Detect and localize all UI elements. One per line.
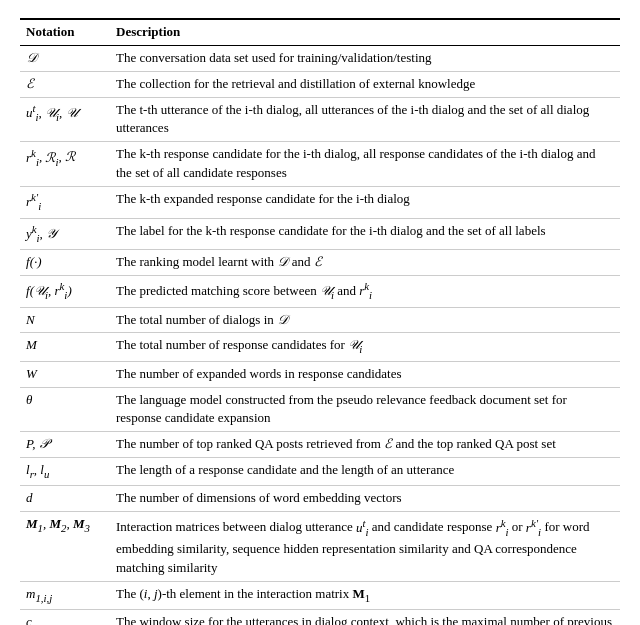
description-cell: The k-th expanded response candidate for… [110, 186, 620, 218]
table-row: uti, 𝒰i, 𝒰The t-th utterance of the i-th… [20, 97, 620, 142]
symbol-cell: f(·) [20, 250, 110, 276]
col-header-symbol: Notation [20, 19, 110, 45]
symbol-cell: 𝒟 [20, 45, 110, 71]
table-row: cThe window size for the utterances in d… [20, 609, 620, 625]
symbol-cell: ℰ [20, 71, 110, 97]
symbol-cell: lr, lu [20, 458, 110, 486]
table-row: WThe number of expanded words in respons… [20, 361, 620, 387]
symbol-cell: N [20, 307, 110, 333]
symbol-cell: rk′i [20, 186, 110, 218]
table-row: M1, M2, M3Interaction matrices between d… [20, 512, 620, 581]
symbol-cell: m1,i,j [20, 581, 110, 609]
table-row: rki, ℛi, ℛThe k-th response candidate fo… [20, 142, 620, 187]
description-cell: The window size for the utterances in di… [110, 609, 620, 625]
description-cell: The collection for the retrieval and dis… [110, 71, 620, 97]
table-row: ℰThe collection for the retrieval and di… [20, 71, 620, 97]
description-cell: The length of a response candidate and t… [110, 458, 620, 486]
symbol-cell: W [20, 361, 110, 387]
description-cell: The language model constructed from the … [110, 387, 620, 432]
symbol-cell: M [20, 333, 110, 361]
description-cell: The total number of dialogs in 𝒟 [110, 307, 620, 333]
description-cell: The label for the k-th response candidat… [110, 218, 620, 250]
table-row: dThe number of dimensions of word embedd… [20, 486, 620, 512]
table-row: f(𝒰i, rki)The predicted matching score b… [20, 275, 620, 307]
symbol-cell: d [20, 486, 110, 512]
table-row: θThe language model constructed from the… [20, 387, 620, 432]
description-cell: Interaction matrices between dialog utte… [110, 512, 620, 581]
table-row: rk′iThe k-th expanded response candidate… [20, 186, 620, 218]
symbol-cell: rki, ℛi, ℛ [20, 142, 110, 187]
description-cell: The number of expanded words in response… [110, 361, 620, 387]
table-row: NThe total number of dialogs in 𝒟 [20, 307, 620, 333]
description-cell: The k-th response candidate for the i-th… [110, 142, 620, 187]
table-row: 𝒟The conversation data set used for trai… [20, 45, 620, 71]
symbol-cell: θ [20, 387, 110, 432]
table-row: m1,i,jThe (i, j)-th element in the inter… [20, 581, 620, 609]
table-row: f(·)The ranking model learnt with 𝒟 and … [20, 250, 620, 276]
symbol-cell: f(𝒰i, rki) [20, 275, 110, 307]
description-cell: The ranking model learnt with 𝒟 and ℰ [110, 250, 620, 276]
symbol-cell: M1, M2, M3 [20, 512, 110, 581]
col-header-description: Description [110, 19, 620, 45]
table-row: yki, 𝒴The label for the k-th response ca… [20, 218, 620, 250]
symbol-cell: c [20, 609, 110, 625]
notation-table: Notation Description 𝒟The conversation d… [20, 18, 620, 625]
symbol-cell: P, 𝒫 [20, 432, 110, 458]
description-cell: The number of top ranked QA posts retrie… [110, 432, 620, 458]
description-cell: The total number of response candidates … [110, 333, 620, 361]
description-cell: The conversation data set used for train… [110, 45, 620, 71]
description-cell: The (i, j)-th element in the interaction… [110, 581, 620, 609]
table-header-row: Notation Description [20, 19, 620, 45]
symbol-cell: yki, 𝒴 [20, 218, 110, 250]
description-cell: The number of dimensions of word embeddi… [110, 486, 620, 512]
description-cell: The t-th utterance of the i-th dialog, a… [110, 97, 620, 142]
symbol-cell: uti, 𝒰i, 𝒰 [20, 97, 110, 142]
description-cell: The predicted matching score between 𝒰i … [110, 275, 620, 307]
table-row: MThe total number of response candidates… [20, 333, 620, 361]
table-row: lr, luThe length of a response candidate… [20, 458, 620, 486]
table-row: P, 𝒫The number of top ranked QA posts re… [20, 432, 620, 458]
